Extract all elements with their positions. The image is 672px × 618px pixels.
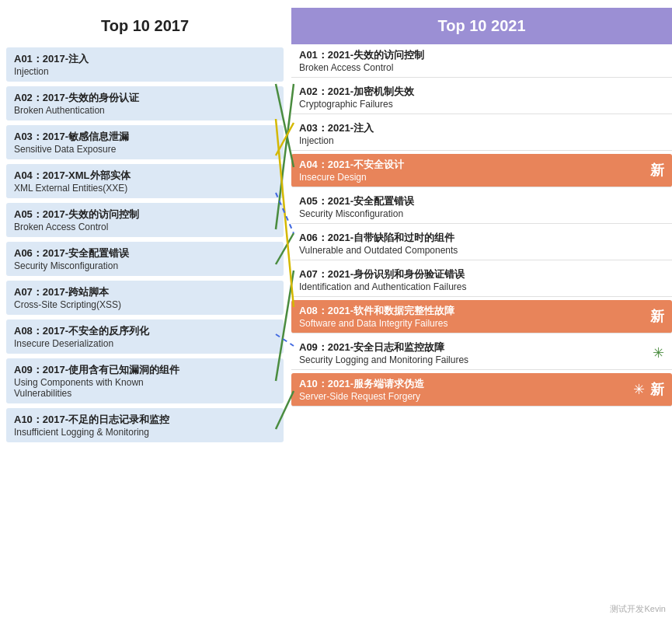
right-item-en: Identification and Authentication Failur…: [299, 281, 664, 292]
left-item-zh: A07：2017-跨站脚本: [14, 285, 276, 299]
right-item-en: Injection: [299, 135, 664, 146]
left-item-zh: A08：2017-不安全的反序列化: [14, 324, 276, 338]
right-item-en: Insecure Design: [299, 172, 664, 183]
watermark: 测试开发Kevin: [610, 603, 666, 615]
new-badge: 新: [650, 380, 664, 399]
left-item-en: Insufficient Logging & Monitoring: [14, 427, 276, 438]
right-item-en: Cryptographic Failures: [299, 99, 664, 110]
right-list-item: A01：2021-失效的访问控制Broken Access Control: [291, 44, 672, 78]
main-container: Top 10 2017 A01：2017-注入InjectionA02：2017…: [0, 0, 672, 618]
left-item-zh: A06：2017-安全配置错误: [14, 246, 276, 260]
left-item-zh: A02：2017-失效的身份认证: [14, 91, 276, 105]
right-item-zh: A05：2021-安全配置错误: [299, 194, 664, 208]
left-item-en: Broken Authentication: [14, 105, 276, 116]
right-item-en: Vulnerable and Outdated Components: [299, 245, 664, 256]
left-list-item: A07：2017-跨站脚本Cross-Site Scripting(XSS): [6, 281, 284, 315]
right-item-zh: A08：2021-软件和数据完整性故障: [299, 304, 664, 318]
left-header: Top 10 2017: [6, 8, 284, 47]
right-list-item: A03：2021-注入Injection: [291, 117, 672, 151]
star-badge: ✳: [653, 344, 664, 361]
right-item-zh: A06：2021-自带缺陷和过时的组件: [299, 231, 664, 245]
right-list-item: A10：2021-服务端请求伪造Server-Side Request Forg…: [291, 373, 672, 407]
right-list-item: A06：2021-自带缺陷和过时的组件Vulnerable and Outdat…: [291, 227, 672, 260]
right-list-item: A09：2021-安全日志和监控故障Security Logging and M…: [291, 337, 672, 370]
right-item-zh: A03：2021-注入: [299, 121, 664, 135]
right-item-en: Server-Side Request Forgery: [299, 391, 664, 402]
left-list-item: A06：2017-安全配置错误Security Misconfiguration: [6, 242, 284, 276]
right-header: Top 10 2021: [291, 8, 672, 44]
left-item-zh: A03：2017-敏感信息泄漏: [14, 130, 276, 144]
right-item-en: Security Misconfiguration: [299, 208, 664, 219]
left-item-en: Security Misconfiguration: [14, 260, 276, 271]
right-item-zh: A02：2021-加密机制失效: [299, 85, 664, 99]
left-item-en: Cross-Site Scripting(XSS): [14, 299, 276, 310]
new-badge: 新: [650, 307, 664, 326]
left-list-item: A01：2017-注入Injection: [6, 47, 284, 82]
new-badge: 新: [650, 161, 664, 180]
left-item-zh: A01：2017-注入: [14, 52, 276, 66]
right-item-zh: A10：2021-服务端请求伪造: [299, 377, 664, 391]
left-list-item: A03：2017-敏感信息泄漏Sensitive Data Exposure: [6, 125, 284, 159]
left-items-list: A01：2017-注入InjectionA02：2017-失效的身份认证Brok…: [6, 47, 284, 442]
right-items-list: A01：2021-失效的访问控制Broken Access ControlA02…: [291, 44, 672, 407]
right-item-zh: A01：2021-失效的访问控制: [299, 48, 664, 62]
left-item-zh: A09：2017-使用含有已知漏洞的组件: [14, 363, 276, 377]
left-item-zh: A10：2017-不足的日志记录和监控: [14, 413, 276, 427]
left-item-en: XML External Entities(XXE): [14, 183, 276, 194]
right-item-zh: A04：2021-不安全设计: [299, 158, 664, 172]
left-item-en: Broken Access Control: [14, 222, 276, 232]
left-list-item: A10：2017-不足的日志记录和监控Insufficient Logging …: [6, 408, 284, 442]
right-item-zh: A09：2021-安全日志和监控故障: [299, 340, 664, 354]
left-item-en: Insecure Deserialization: [14, 338, 276, 349]
right-list-item: A02：2021-加密机制失效Cryptographic Failures: [291, 81, 672, 114]
right-item-en: Software and Data Integrity Failures: [299, 318, 664, 329]
left-item-en: Sensitive Data Exposure: [14, 144, 276, 155]
right-item-en: Broken Access Control: [299, 62, 664, 73]
right-item-en: Security Logging and Monitoring Failures: [299, 354, 664, 365]
left-list-item: A08：2017-不安全的反序列化Insecure Deserializatio…: [6, 319, 284, 354]
left-list-item: A02：2017-失效的身份认证Broken Authentication: [6, 86, 284, 120]
right-item-zh: A07：2021-身份识别和身份验证错误: [299, 267, 664, 281]
left-item-zh: A04：2017-XML外部实体: [14, 169, 276, 183]
right-panel: Top 10 2021 A01：2021-失效的访问控制Broken Acces…: [284, 0, 672, 618]
left-item-en: Injection: [14, 66, 276, 77]
left-list-item: A05：2017-失效的访问控制Broken Access Control: [6, 203, 284, 237]
left-item-en: Vulnerabilities: [14, 388, 276, 399]
right-list-item: A04：2021-不安全设计Insecure Design新: [291, 154, 672, 187]
right-list-item: A05：2021-安全配置错误Security Misconfiguration: [291, 190, 672, 224]
left-item-zh: A05：2017-失效的访问控制: [14, 208, 276, 222]
right-list-item: A08：2021-软件和数据完整性故障Software and Data Int…: [291, 300, 672, 333]
star-badge: ✳: [633, 381, 645, 398]
left-list-item: A04：2017-XML外部实体XML External Entities(XX…: [6, 164, 284, 198]
left-list-item: A09：2017-使用含有已知漏洞的组件Using Components wit…: [6, 358, 284, 403]
left-panel: Top 10 2017 A01：2017-注入InjectionA02：2017…: [0, 0, 284, 618]
right-list-item: A07：2021-身份识别和身份验证错误Identification and A…: [291, 264, 672, 297]
left-item-en: Using Components with Known: [14, 377, 276, 388]
